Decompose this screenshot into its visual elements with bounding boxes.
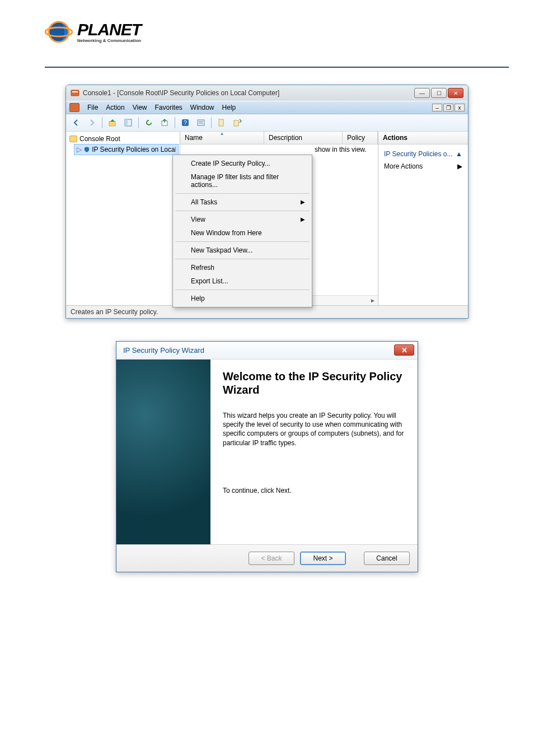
- tree-ip-security[interactable]: ▷ IP Security Policies on Local Computer: [74, 144, 179, 155]
- tree-root[interactable]: Console Root: [67, 134, 179, 144]
- cm-all-tasks[interactable]: All Tasks▶: [174, 195, 311, 209]
- planet-globe-icon: [45, 20, 73, 44]
- svg-rect-3: [71, 90, 79, 96]
- svg-text:?: ?: [184, 120, 187, 126]
- cm-create-policy[interactable]: Create IP Security Policy...: [174, 157, 311, 170]
- actions-scope[interactable]: IP Security Policies o... ▲: [383, 148, 463, 160]
- svg-rect-14: [219, 119, 223, 126]
- show-hide-tree-button[interactable]: [121, 116, 135, 129]
- shield-icon: [84, 146, 90, 153]
- properties-button[interactable]: [194, 116, 208, 129]
- wizard-footer: < Back Next > Cancel: [116, 544, 418, 572]
- menu-file[interactable]: File: [87, 104, 98, 111]
- cm-view[interactable]: View▶: [174, 213, 311, 226]
- close-button[interactable]: ✕: [448, 88, 463, 98]
- folder-icon: [69, 136, 77, 142]
- mdi-close-button[interactable]: x: [455, 104, 465, 111]
- sort-asc-icon: ▲: [220, 131, 224, 136]
- cm-manage-filters[interactable]: Manage IP filter lists and filter action…: [174, 170, 311, 192]
- col-name[interactable]: Name ▲: [180, 132, 264, 144]
- wizard-close-button[interactable]: ✕: [394, 344, 414, 356]
- menu-help[interactable]: Help: [222, 104, 236, 111]
- cancel-button[interactable]: Cancel: [364, 552, 410, 565]
- wizard-heading: Welcome to the IP Security Policy Wizard: [223, 370, 405, 396]
- menu-action[interactable]: Action: [106, 104, 124, 111]
- mmc-window: Console1 - [Console Root\IP Security Pol…: [65, 85, 469, 319]
- column-headers: Name ▲ Description Policy: [180, 132, 378, 144]
- page-header: PLANET Networking & Communication: [0, 0, 534, 55]
- col-description[interactable]: Description: [264, 132, 343, 144]
- logo: PLANET Networking & Communication: [45, 20, 509, 44]
- wizard-content: Welcome to the IP Security Policy Wizard…: [210, 360, 418, 544]
- window-title: Console1 - [Console Root\IP Security Pol…: [83, 89, 279, 97]
- cm-sep: [175, 193, 310, 194]
- actions-more[interactable]: More Actions ▶: [383, 160, 463, 172]
- cm-sep: [175, 259, 310, 259]
- wizard-title-text: IP Security Policy Wizard: [123, 346, 204, 354]
- actions-pane: Actions IP Security Policies o... ▲ More…: [378, 132, 468, 305]
- cm-sep: [175, 241, 310, 242]
- svg-rect-7: [125, 119, 128, 126]
- wizard-side-graphic: [116, 360, 210, 544]
- nav-forward-button[interactable]: [85, 116, 99, 129]
- titlebar[interactable]: Console1 - [Console Root\IP Security Pol…: [66, 85, 468, 101]
- scroll-right-icon[interactable]: ►: [370, 297, 376, 304]
- mmc-app-icon: [71, 88, 79, 97]
- actions-header: Actions: [378, 132, 468, 144]
- header-divider: [45, 67, 509, 68]
- chevron-right-icon: ▶: [301, 216, 305, 222]
- context-menu: Create IP Security Policy... Manage IP f…: [172, 155, 312, 307]
- minimize-button[interactable]: —: [414, 88, 430, 98]
- nav-back-button[interactable]: [69, 116, 83, 129]
- wizard-titlebar[interactable]: IP Security Policy Wizard ✕: [116, 342, 418, 360]
- svg-rect-5: [109, 122, 115, 126]
- refresh-button[interactable]: [142, 116, 156, 129]
- menu-favorites[interactable]: Favorites: [155, 104, 182, 111]
- wizard-continue-text: To continue, click Next.: [223, 487, 405, 494]
- cm-sep: [175, 211, 310, 211]
- mdi-system-icon[interactable]: [69, 103, 79, 112]
- col-policy[interactable]: Policy: [343, 132, 378, 144]
- mmc-body: Console Root ▷ IP Security Policies on L…: [66, 132, 468, 305]
- cm-new-window[interactable]: New Window from Here: [174, 226, 311, 240]
- tree-root-label: Console Root: [79, 135, 120, 143]
- export-button[interactable]: [158, 116, 171, 129]
- next-button[interactable]: Next >: [300, 552, 346, 565]
- maximize-button[interactable]: ☐: [431, 88, 447, 98]
- mdi-minimize-button[interactable]: –: [432, 104, 442, 111]
- menubar: File Action View Favorites Window Help –…: [66, 101, 468, 114]
- wizard-body-text: This wizard helps you create an IP Secur…: [223, 411, 405, 447]
- collapse-up-icon: ▲: [456, 150, 462, 158]
- svg-rect-4: [72, 91, 78, 92]
- cm-help[interactable]: Help: [174, 292, 311, 305]
- policy-filter-button[interactable]: [215, 116, 228, 129]
- svg-rect-11: [198, 120, 204, 125]
- up-button[interactable]: [106, 116, 119, 129]
- logo-tagline: Networking & Communication: [77, 38, 141, 43]
- help-button[interactable]: ?: [179, 116, 192, 129]
- cm-export-list[interactable]: Export List...: [174, 274, 311, 288]
- cm-sep: [175, 290, 310, 290]
- wizard-dialog: IP Security Policy Wizard ✕ Welcome to t…: [116, 341, 418, 572]
- tree-expand-icon[interactable]: ▷: [77, 146, 82, 153]
- list-empty-text: show in this view.: [315, 146, 367, 153]
- policy-assign-button[interactable]: [231, 116, 244, 129]
- tree-ip-security-label: IP Security Policies on Local Computer: [92, 146, 176, 153]
- tree-pane[interactable]: Console Root ▷ IP Security Policies on L…: [66, 132, 180, 305]
- menu-window[interactable]: Window: [190, 104, 214, 111]
- toolbar: ?: [66, 114, 468, 132]
- cm-new-taskpad[interactable]: New Taskpad View...: [174, 244, 311, 257]
- cm-refresh[interactable]: Refresh: [174, 261, 311, 274]
- list-pane[interactable]: Name ▲ Description Policy show in this v…: [180, 132, 378, 305]
- chevron-right-icon: ▶: [457, 162, 462, 170]
- back-button: < Back: [249, 552, 294, 565]
- logo-brand: PLANET: [77, 21, 141, 38]
- svg-rect-15: [234, 120, 238, 126]
- mdi-restore-button[interactable]: ❐: [443, 104, 453, 111]
- menu-view[interactable]: View: [133, 104, 147, 111]
- chevron-right-icon: ▶: [301, 199, 305, 205]
